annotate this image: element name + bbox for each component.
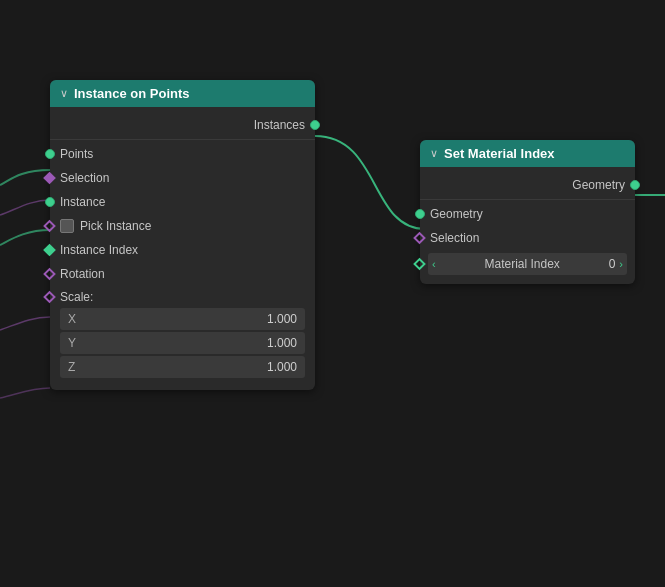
instance-on-points-node: ∨ Instance on Points Instances Points Se… xyxy=(50,80,315,390)
material-index-decrement[interactable]: ‹ xyxy=(432,258,436,270)
input-scale-socket[interactable] xyxy=(43,291,56,304)
input-material-index-socket[interactable] xyxy=(413,258,426,271)
input-points-socket[interactable] xyxy=(45,149,55,159)
chevron-icon: ∨ xyxy=(60,87,68,100)
material-index-increment[interactable]: › xyxy=(619,258,623,270)
scale-x-axis: X xyxy=(68,312,84,326)
material-index-field[interactable]: ‹ Material Index 0 › xyxy=(428,253,627,275)
set-material-index-node: ∨ Set Material Index Geometry Geometry S… xyxy=(420,140,635,284)
material-index-field-label: Material Index xyxy=(440,257,605,271)
input-pick-instance-label: Pick Instance xyxy=(80,219,151,233)
instance-on-points-title: Instance on Points xyxy=(74,86,190,101)
input-rotation-label: Rotation xyxy=(60,267,105,281)
scale-y-row[interactable]: Y 1.000 xyxy=(60,332,305,354)
set-material-index-title: Set Material Index xyxy=(444,146,555,161)
input-selection-smi-socket[interactable] xyxy=(413,232,426,245)
input-selection-label: Selection xyxy=(60,171,109,185)
scale-y-axis: Y xyxy=(68,336,84,350)
input-instance-index-socket[interactable] xyxy=(43,244,56,257)
input-pick-instance-socket[interactable] xyxy=(43,220,56,233)
output-geometry-label: Geometry xyxy=(572,178,625,192)
input-instance-label: Instance xyxy=(60,195,105,209)
scale-z-axis: Z xyxy=(68,360,84,374)
instance-on-points-header[interactable]: ∨ Instance on Points xyxy=(50,80,315,107)
input-pick-instance: Pick Instance xyxy=(50,214,315,238)
input-geometry-smi-socket[interactable] xyxy=(415,209,425,219)
scale-label: Scale: xyxy=(60,290,93,304)
pick-instance-checkbox[interactable] xyxy=(60,219,74,233)
input-instance-index: Instance Index xyxy=(50,238,315,262)
scale-x-value: 1.000 xyxy=(84,312,297,326)
input-geometry-smi-label: Geometry xyxy=(430,207,483,221)
divider-1 xyxy=(50,139,315,140)
output-instances-socket[interactable] xyxy=(310,120,320,130)
input-instance: Instance xyxy=(50,190,315,214)
material-index-field-value: 0 xyxy=(609,257,616,271)
instance-on-points-body: Instances Points Selection Instance Pick… xyxy=(50,107,315,390)
input-selection-smi: Selection xyxy=(420,226,635,250)
input-instance-index-label: Instance Index xyxy=(60,243,138,257)
input-rotation: Rotation xyxy=(50,262,315,286)
scale-z-value: 1.000 xyxy=(84,360,297,374)
input-instance-socket[interactable] xyxy=(45,197,55,207)
output-instances: Instances xyxy=(50,113,315,137)
set-material-index-header[interactable]: ∨ Set Material Index xyxy=(420,140,635,167)
input-rotation-socket[interactable] xyxy=(43,268,56,281)
divider-2 xyxy=(420,199,635,200)
output-geometry: Geometry xyxy=(420,173,635,197)
chevron-icon-2: ∨ xyxy=(430,147,438,160)
input-selection-socket[interactable] xyxy=(43,172,56,185)
output-geometry-socket[interactable] xyxy=(630,180,640,190)
output-instances-label: Instances xyxy=(254,118,305,132)
input-selection-smi-label: Selection xyxy=(430,231,479,245)
scale-section: Scale: X 1.000 Y 1.000 Z 1.000 xyxy=(50,286,315,384)
input-points: Points xyxy=(50,142,315,166)
input-selection: Selection xyxy=(50,166,315,190)
input-geometry-smi: Geometry xyxy=(420,202,635,226)
input-material-index: ‹ Material Index 0 › xyxy=(420,250,635,278)
scale-x-row[interactable]: X 1.000 xyxy=(60,308,305,330)
scale-y-value: 1.000 xyxy=(84,336,297,350)
input-points-label: Points xyxy=(60,147,93,161)
scale-z-row[interactable]: Z 1.000 xyxy=(60,356,305,378)
set-material-index-body: Geometry Geometry Selection ‹ Material I… xyxy=(420,167,635,284)
